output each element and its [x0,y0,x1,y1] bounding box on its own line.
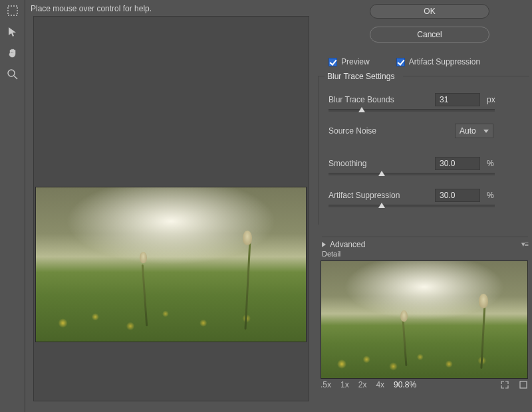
blur-trace-bounds-label: Blur Trace Bounds [329,95,408,104]
chevron-down-icon [483,130,489,133]
slider-thumb[interactable] [378,171,385,176]
vertical-toolbar [0,0,25,412]
triangle-right-icon [322,242,326,247]
region-toggle-icon[interactable] [519,380,528,389]
artifact-suppression-slider[interactable] [329,205,495,207]
source-noise-value: Auto [460,126,476,136]
group-border [318,76,319,225]
slider-thumb[interactable] [378,203,385,208]
settings-panel: OK Cancel Preview Artifact Suppression B… [317,0,532,412]
zoom-current: 90.8% [394,380,416,389]
preview-checkbox-label: Preview [341,57,370,66]
marquee-tool-icon[interactable] [5,3,21,19]
preview-checkbox[interactable] [329,58,337,66]
group-divider [403,76,529,76]
zoom-level-2[interactable]: 2x [358,380,367,389]
hand-tool-icon[interactable] [5,45,21,61]
panel-menu-icon[interactable]: ▾≡ [521,240,528,249]
advanced-section-toggle[interactable]: Advanced ▾≡ [322,237,528,249]
pointer-tool-icon[interactable] [5,24,21,40]
unit-label: px [487,95,495,104]
blur-trace-bounds-slider[interactable] [329,109,495,112]
svg-rect-0 [8,6,17,15]
zoom-level-0[interactable]: .5x [321,380,331,389]
smoothing-slider[interactable] [329,173,495,175]
unit-label: % [487,159,494,168]
smoothing-input[interactable]: 30.0 [435,157,480,170]
expand-region-icon[interactable] [500,380,509,389]
svg-point-1 [8,70,15,76]
zoom-level-1[interactable]: 1x [340,380,349,389]
svg-rect-3 [520,381,527,388]
unit-label: % [487,191,494,200]
zoom-tool-icon[interactable] [5,66,21,82]
artifact-suppression-checkbox[interactable] [396,58,405,66]
source-noise-label: Source Noise [329,126,408,136]
detail-section-label: Detail [322,250,340,258]
preview-image [35,187,307,342]
source-noise-select[interactable]: Auto [455,124,493,138]
main-preview-canvas[interactable] [33,16,309,401]
cancel-button[interactable]: Cancel [370,27,489,43]
help-hint: Place mouse over control for help. [31,4,152,13]
smoothing-label: Smoothing [329,159,408,168]
artifact-suppression-checkbox-label: Artifact Suppression [409,57,480,66]
svg-line-2 [14,76,17,79]
ok-button[interactable]: OK [370,4,489,19]
artifact-suppression-label: Artifact Suppression [329,191,408,200]
detail-zoom-bar: .5x 1x 2x 4x 90.8% [321,380,528,389]
blur-trace-settings-title: Blur Trace Settings [327,72,394,81]
detail-preview-image[interactable] [321,260,528,379]
advanced-label: Advanced [330,240,365,249]
group-divider [318,76,325,76]
artifact-suppression-input[interactable]: 30.0 [435,189,480,202]
blur-trace-bounds-input[interactable]: 31 [435,93,480,106]
zoom-level-3[interactable]: 4x [376,380,384,389]
slider-thumb[interactable] [358,107,365,112]
